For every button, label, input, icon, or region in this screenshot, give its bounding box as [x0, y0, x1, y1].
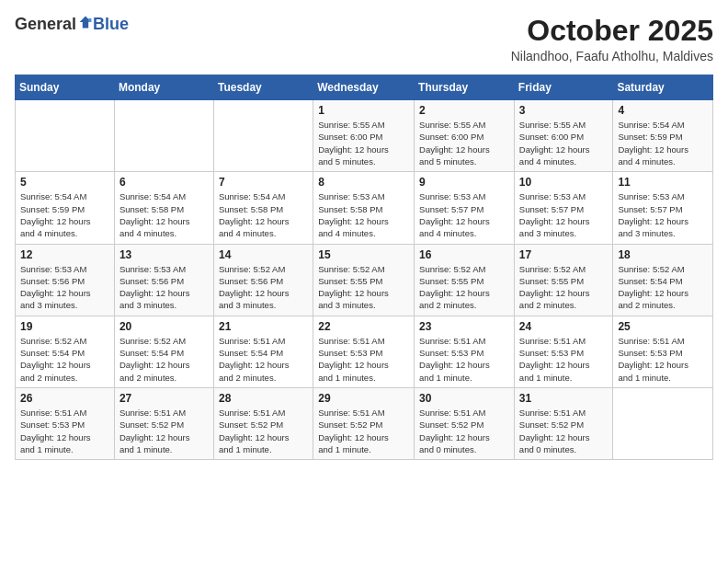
day-number: 30: [419, 392, 509, 405]
calendar-week-row: 19Sunrise: 5:52 AM Sunset: 5:54 PM Dayli…: [16, 316, 713, 387]
day-info: Sunrise: 5:53 AM Sunset: 5:56 PM Dayligh…: [119, 263, 209, 312]
svg-marker-1: [88, 18, 91, 22]
day-info: Sunrise: 5:53 AM Sunset: 5:57 PM Dayligh…: [618, 190, 708, 239]
day-number: 12: [20, 248, 109, 261]
logo-general-text: General: [15, 15, 76, 34]
day-info: Sunrise: 5:53 AM Sunset: 5:57 PM Dayligh…: [519, 190, 609, 239]
location-title: Nilandhoo, Faafu Atholhu, Maldives: [511, 49, 713, 63]
calendar-cell: [213, 100, 313, 172]
calendar-cell: 10Sunrise: 5:53 AM Sunset: 5:57 PM Dayli…: [514, 172, 613, 244]
day-number: 15: [318, 248, 409, 261]
day-number: 14: [219, 248, 308, 261]
day-number: 5: [20, 176, 109, 189]
day-number: 6: [119, 176, 209, 189]
day-number: 22: [318, 320, 409, 333]
day-number: 29: [318, 392, 409, 405]
day-info: Sunrise: 5:54 AM Sunset: 5:58 PM Dayligh…: [119, 190, 209, 239]
day-number: 23: [419, 320, 509, 333]
day-number: 1: [318, 104, 409, 117]
day-info: Sunrise: 5:51 AM Sunset: 5:54 PM Dayligh…: [219, 335, 308, 384]
day-info: Sunrise: 5:52 AM Sunset: 5:55 PM Dayligh…: [419, 263, 509, 312]
day-info: Sunrise: 5:53 AM Sunset: 5:57 PM Dayligh…: [419, 190, 509, 239]
calendar-cell: 3Sunrise: 5:55 AM Sunset: 6:00 PM Daylig…: [514, 100, 613, 172]
day-of-week-header: Monday: [114, 75, 213, 100]
day-number: 25: [618, 320, 708, 333]
day-info: Sunrise: 5:51 AM Sunset: 5:53 PM Dayligh…: [20, 407, 109, 455]
day-number: 11: [618, 176, 708, 189]
calendar-cell: [16, 100, 115, 172]
calendar-cell: 13Sunrise: 5:53 AM Sunset: 5:56 PM Dayli…: [114, 244, 213, 316]
calendar-week-row: 12Sunrise: 5:53 AM Sunset: 5:56 PM Dayli…: [16, 244, 713, 316]
day-info: Sunrise: 5:52 AM Sunset: 5:54 PM Dayligh…: [119, 335, 209, 384]
month-title: October 2025: [511, 15, 713, 47]
day-number: 13: [119, 248, 209, 261]
day-number: 26: [20, 392, 109, 405]
calendar-cell: 16Sunrise: 5:52 AM Sunset: 5:55 PM Dayli…: [415, 244, 515, 316]
calendar-cell: 25Sunrise: 5:51 AM Sunset: 5:53 PM Dayli…: [613, 316, 713, 387]
calendar-week-row: 5Sunrise: 5:54 AM Sunset: 5:59 PM Daylig…: [16, 172, 713, 244]
day-info: Sunrise: 5:53 AM Sunset: 5:56 PM Dayligh…: [20, 263, 109, 312]
day-info: Sunrise: 5:54 AM Sunset: 5:59 PM Dayligh…: [20, 190, 109, 239]
calendar-header: SundayMondayTuesdayWednesdayThursdayFrid…: [16, 75, 713, 100]
calendar-cell: 2Sunrise: 5:55 AM Sunset: 6:00 PM Daylig…: [415, 100, 515, 172]
calendar-cell: 19Sunrise: 5:52 AM Sunset: 5:54 PM Dayli…: [16, 316, 115, 387]
calendar-cell: 20Sunrise: 5:52 AM Sunset: 5:54 PM Dayli…: [114, 316, 213, 387]
day-info: Sunrise: 5:51 AM Sunset: 5:52 PM Dayligh…: [119, 407, 209, 455]
day-info: Sunrise: 5:51 AM Sunset: 5:53 PM Dayligh…: [519, 335, 609, 384]
day-info: Sunrise: 5:51 AM Sunset: 5:52 PM Dayligh…: [318, 407, 409, 455]
day-header-row: SundayMondayTuesdayWednesdayThursdayFrid…: [16, 75, 713, 100]
calendar-cell: 4Sunrise: 5:54 AM Sunset: 5:59 PM Daylig…: [613, 100, 713, 172]
calendar-week-row: 26Sunrise: 5:51 AM Sunset: 5:53 PM Dayli…: [16, 387, 713, 459]
calendar-cell: 15Sunrise: 5:52 AM Sunset: 5:55 PM Dayli…: [313, 244, 415, 316]
calendar-body: 1Sunrise: 5:55 AM Sunset: 6:00 PM Daylig…: [16, 100, 713, 460]
day-info: Sunrise: 5:55 AM Sunset: 6:00 PM Dayligh…: [318, 119, 409, 167]
day-info: Sunrise: 5:55 AM Sunset: 6:00 PM Dayligh…: [519, 119, 609, 167]
day-info: Sunrise: 5:52 AM Sunset: 5:55 PM Dayligh…: [519, 263, 609, 312]
day-number: 16: [419, 248, 509, 261]
calendar-cell: 1Sunrise: 5:55 AM Sunset: 6:00 PM Daylig…: [313, 100, 415, 172]
day-number: 9: [419, 176, 509, 189]
calendar-cell: 22Sunrise: 5:51 AM Sunset: 5:53 PM Dayli…: [313, 316, 415, 387]
calendar-cell: 28Sunrise: 5:51 AM Sunset: 5:52 PM Dayli…: [213, 387, 313, 459]
day-info: Sunrise: 5:51 AM Sunset: 5:52 PM Dayligh…: [519, 407, 609, 455]
calendar-cell: 11Sunrise: 5:53 AM Sunset: 5:57 PM Dayli…: [613, 172, 713, 244]
calendar-cell: [613, 387, 713, 459]
title-block: October 2025 Nilandhoo, Faafu Atholhu, M…: [511, 15, 713, 63]
calendar-cell: 23Sunrise: 5:51 AM Sunset: 5:53 PM Dayli…: [415, 316, 515, 387]
calendar-cell: 17Sunrise: 5:52 AM Sunset: 5:55 PM Dayli…: [514, 244, 613, 316]
calendar-cell: 26Sunrise: 5:51 AM Sunset: 5:53 PM Dayli…: [16, 387, 115, 459]
day-of-week-header: Wednesday: [313, 75, 415, 100]
day-info: Sunrise: 5:55 AM Sunset: 6:00 PM Dayligh…: [419, 119, 509, 167]
day-info: Sunrise: 5:52 AM Sunset: 5:56 PM Dayligh…: [219, 263, 308, 312]
day-of-week-header: Tuesday: [213, 75, 313, 100]
day-number: 3: [519, 104, 609, 117]
day-number: 27: [119, 392, 209, 405]
page-header: General Blue October 2025 Nilandhoo, Faa…: [15, 15, 713, 63]
day-info: Sunrise: 5:52 AM Sunset: 5:54 PM Dayligh…: [618, 263, 708, 312]
day-number: 28: [219, 392, 308, 405]
logo: General Blue: [15, 15, 129, 34]
calendar-cell: 21Sunrise: 5:51 AM Sunset: 5:54 PM Dayli…: [213, 316, 313, 387]
calendar-cell: 31Sunrise: 5:51 AM Sunset: 5:52 PM Dayli…: [514, 387, 613, 459]
calendar-cell: 9Sunrise: 5:53 AM Sunset: 5:57 PM Daylig…: [415, 172, 515, 244]
calendar-cell: 14Sunrise: 5:52 AM Sunset: 5:56 PM Dayli…: [213, 244, 313, 316]
day-number: 31: [519, 392, 609, 405]
day-info: Sunrise: 5:51 AM Sunset: 5:53 PM Dayligh…: [419, 335, 509, 384]
day-number: 18: [618, 248, 708, 261]
calendar-cell: 12Sunrise: 5:53 AM Sunset: 5:56 PM Dayli…: [16, 244, 115, 316]
day-number: 2: [419, 104, 509, 117]
day-number: 10: [519, 176, 609, 189]
day-number: 7: [219, 176, 308, 189]
calendar-week-row: 1Sunrise: 5:55 AM Sunset: 6:00 PM Daylig…: [16, 100, 713, 172]
day-number: 19: [20, 320, 109, 333]
calendar-cell: 30Sunrise: 5:51 AM Sunset: 5:52 PM Dayli…: [415, 387, 515, 459]
day-info: Sunrise: 5:54 AM Sunset: 5:58 PM Dayligh…: [219, 190, 308, 239]
calendar-cell: 29Sunrise: 5:51 AM Sunset: 5:52 PM Dayli…: [313, 387, 415, 459]
calendar-cell: 8Sunrise: 5:53 AM Sunset: 5:58 PM Daylig…: [313, 172, 415, 244]
day-of-week-header: Sunday: [16, 75, 115, 100]
logo-blue-text: Blue: [93, 15, 129, 34]
day-info: Sunrise: 5:52 AM Sunset: 5:54 PM Dayligh…: [20, 335, 109, 384]
calendar-cell: 7Sunrise: 5:54 AM Sunset: 5:58 PM Daylig…: [213, 172, 313, 244]
calendar-cell: [114, 100, 213, 172]
day-of-week-header: Thursday: [415, 75, 515, 100]
